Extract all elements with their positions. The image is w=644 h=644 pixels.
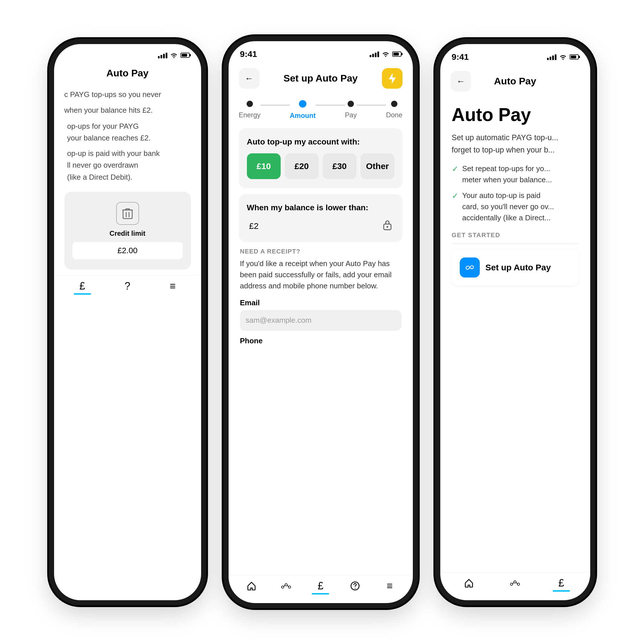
status-icons-center	[370, 51, 401, 57]
step-done: Done	[386, 101, 402, 119]
balance-icon: £	[79, 280, 85, 292]
status-bar-left	[54, 44, 201, 63]
step-dot-energy	[247, 101, 253, 107]
nav-indicator-home	[243, 592, 260, 593]
nav-item-usage[interactable]	[278, 582, 295, 593]
credit-limit-label: Credit limit	[110, 229, 145, 237]
nav-item-menu-center[interactable]: ≡	[381, 580, 398, 595]
svg-point-11	[355, 588, 356, 589]
balance-card-title: When my balance is lower than:	[247, 203, 395, 212]
svg-line-16	[516, 582, 517, 584]
battery-icon-right	[570, 54, 579, 60]
nav-item-usage-right[interactable]	[506, 579, 524, 590]
email-label: Email	[240, 298, 401, 307]
svg-point-7	[288, 586, 291, 588]
nav-item-help-center[interactable]	[346, 581, 364, 593]
left-desc1: c PAYG top-ups so you never	[64, 89, 191, 100]
nav-item-account[interactable]: £	[312, 580, 329, 595]
bottom-nav-center: £ ≡	[229, 575, 413, 603]
nav-item-menu[interactable]: ≡	[164, 280, 181, 295]
scene: Auto Pay c PAYG top-ups so you never whe…	[0, 0, 644, 644]
stepper: Energy Amount Pay Done	[229, 93, 413, 125]
topup-btn-other[interactable]: Other	[360, 153, 395, 179]
step-line-3	[357, 105, 386, 106]
bullet-list: op-ups for your PAYG your balance reache…	[67, 120, 191, 183]
step-dot-done	[391, 101, 397, 107]
check-text-1: Set repeat top-ups for yo...meter when y…	[462, 163, 552, 185]
trash-icon[interactable]	[116, 202, 139, 225]
bullet-item-1: op-ups for your PAYG your balance reache…	[67, 120, 191, 144]
svg-point-14	[517, 583, 520, 585]
usage-icon-right	[509, 579, 521, 587]
setup-autopay-button[interactable]: Set up Auto Pay	[452, 249, 579, 286]
nav-indicator-account-right	[553, 590, 570, 592]
topup-btn-10[interactable]: £10	[247, 153, 281, 179]
nav-item-home[interactable]	[243, 581, 260, 593]
right-desc: Set up automatic PAYG top-u...forget to …	[452, 132, 579, 156]
status-bar-right: 9:41	[440, 44, 590, 66]
email-input[interactable]: sam@example.com	[240, 310, 401, 331]
svg-point-4	[387, 226, 388, 228]
back-button-center[interactable]: ←	[239, 68, 259, 89]
battery-icon-center	[392, 51, 401, 57]
left-content: c PAYG top-ups so you never when your ba…	[54, 83, 201, 276]
nav-item-help[interactable]: ?	[119, 280, 136, 295]
topup-btn-20[interactable]: £20	[285, 153, 319, 179]
account-icon-right: £	[558, 577, 564, 589]
nav-indicator-usage	[278, 591, 295, 593]
nav-header-right: ← Auto Pay	[440, 66, 590, 96]
status-bar-center: 9:41	[229, 41, 413, 64]
back-button-right[interactable]: ←	[451, 71, 471, 92]
check-item-1: ✓ Set repeat top-ups for yo...meter when…	[452, 163, 579, 185]
home-icon	[247, 581, 256, 591]
battery-icon-left	[181, 53, 190, 58]
nav-indicator-help-center	[346, 592, 364, 593]
back-arrow-right: ←	[457, 76, 465, 86]
wifi-icon-left	[170, 52, 178, 58]
phone-label: Phone	[240, 336, 401, 345]
nav-indicator-balance	[74, 293, 91, 295]
right-nav-title: Auto Pay	[494, 76, 536, 87]
step-dot-amount	[299, 100, 306, 108]
nav-header-left: Auto Pay	[54, 63, 201, 83]
center-time: 9:41	[240, 49, 257, 59]
nav-indicator-menu-center	[381, 593, 398, 595]
menu-icon: ≡	[170, 280, 176, 292]
svg-point-5	[282, 586, 284, 588]
wifi-icon-center	[382, 51, 389, 57]
topup-btn-30[interactable]: £30	[323, 153, 357, 179]
left-desc2: when your balance hits £2.	[64, 105, 191, 116]
step-label-pay: Pay	[345, 111, 357, 119]
left-nav-title: Auto Pay	[106, 68, 148, 79]
check-text-2: Your auto top-up is paidcard, so you'll …	[462, 190, 554, 223]
account-icon: £	[318, 580, 323, 592]
check-item-2: ✓ Your auto top-up is paidcard, so you'l…	[452, 190, 579, 223]
phone-right: 9:41 ← Auto Pay Auto Pay	[435, 39, 595, 605]
balance-card: When my balance is lower than: £2	[239, 194, 403, 242]
credit-limit-section: Credit limit £2.00	[64, 192, 191, 270]
nav-item-home-right[interactable]	[460, 578, 477, 591]
home-icon-right	[464, 578, 474, 588]
svg-line-15	[513, 582, 514, 584]
step-line-2	[316, 105, 345, 106]
usage-icon	[280, 582, 292, 590]
nav-item-account-right[interactable]: £	[553, 577, 570, 592]
svg-point-6	[285, 584, 287, 586]
step-label-done: Done	[386, 111, 402, 119]
lightning-button[interactable]	[382, 68, 403, 89]
nav-item-balance[interactable]: £	[74, 280, 91, 295]
setup-btn-text: Set up Auto Pay	[486, 263, 551, 272]
help-icon: ?	[124, 280, 130, 292]
nav-indicator-home-right	[460, 589, 477, 591]
center-nav-title: Set up Auto Pay	[284, 73, 358, 84]
status-icons-left	[158, 52, 190, 58]
nav-indicator-menu	[164, 293, 181, 295]
wifi-icon-right	[559, 54, 567, 60]
nav-indicator-account	[312, 593, 329, 595]
right-big-title: Auto Pay	[452, 105, 579, 125]
right-content: Auto Pay Set up automatic PAYG top-u...f…	[440, 96, 590, 572]
step-energy: Energy	[239, 101, 261, 119]
center-content: Auto top-up my account with: £10 £20 £30…	[229, 125, 413, 575]
signal-icon-left	[158, 52, 167, 58]
topup-card-title: Auto top-up my account with:	[247, 137, 395, 146]
